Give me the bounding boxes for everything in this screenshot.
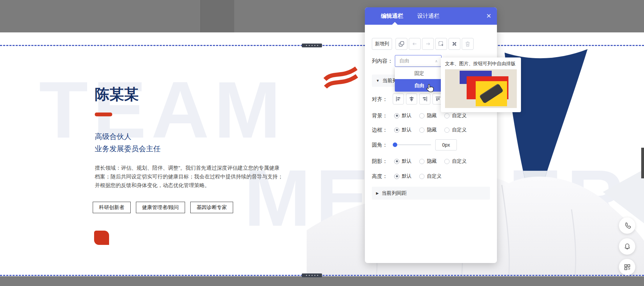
- move-right-icon[interactable]: [422, 38, 434, 50]
- radio-label: 自定义: [452, 158, 467, 164]
- close-icon[interactable]: ✕: [486, 7, 491, 25]
- column-content-label: 列内容：: [372, 58, 393, 64]
- tooltip-illustration: [445, 69, 517, 108]
- banner-section[interactable]: TEAM MEMBER MEMBER: [0, 46, 644, 276]
- triangle-right-icon: ▶: [376, 191, 379, 195]
- background-default-radio[interactable]: 默认: [394, 113, 412, 119]
- bottom-gray-band: [0, 276, 644, 286]
- align-left-icon[interactable]: [393, 93, 404, 105]
- current-column-spacing-header[interactable]: ▶ 当前列间距: [372, 187, 490, 200]
- delete-icon[interactable]: [462, 38, 474, 50]
- radius-slider-track[interactable]: [394, 144, 431, 145]
- scrollbar-thumb[interactable]: [641, 148, 644, 178]
- radius-label: 圆角：: [372, 142, 388, 148]
- edit-banner-panel: 编辑通栏 设计通栏 ✕ 新增列: [365, 7, 497, 263]
- red-leaf-decoration: [94, 231, 109, 245]
- qrcode-button[interactable]: [619, 259, 635, 275]
- chevron-up-icon: ∧: [435, 59, 438, 63]
- height-row: 高度：: [372, 170, 388, 182]
- column-content-dropdown: 固定 自由: [395, 67, 444, 92]
- radio-label: 默认: [402, 173, 412, 179]
- dropdown-option-free[interactable]: 自由: [395, 79, 444, 92]
- radius-slider-thumb[interactable]: [393, 142, 397, 147]
- member-description-line: 并根据您的反馈和身体变化，动态优化管理策略。: [95, 181, 210, 190]
- background-row: 背景：: [372, 110, 388, 122]
- border-hide-radio[interactable]: 隐藏: [419, 127, 437, 133]
- animation-fan-icon[interactable]: [449, 38, 460, 50]
- height-default-radio[interactable]: 默认: [394, 173, 412, 179]
- radio-icon: [419, 113, 424, 118]
- radio-label: 默认: [402, 158, 412, 164]
- member-description-line: 擅长领域：评估、规划、陪伴、调整”。我们首先通过深度评估建立您的专属健康: [95, 163, 279, 172]
- radio-selected-icon: [394, 113, 399, 118]
- tab-design-banner[interactable]: 设计通栏: [417, 7, 439, 25]
- member-name[interactable]: 陈某某: [95, 85, 139, 104]
- phone-icon: [623, 222, 631, 230]
- tag-button[interactable]: 健康管理者/顾问: [136, 202, 185, 213]
- align-row: 对齐：: [372, 93, 388, 105]
- radio-icon: [444, 159, 450, 164]
- section-title: 当前列间距: [382, 190, 407, 196]
- shadow-custom-radio[interactable]: 自定义: [444, 158, 467, 164]
- duplicate-icon[interactable]: [396, 38, 407, 50]
- background-label: 背景：: [372, 113, 388, 119]
- radio-label: 隐藏: [427, 127, 437, 133]
- move-left-icon[interactable]: [409, 38, 421, 50]
- active-tab-notch: [392, 22, 398, 25]
- dropdown-option-fixed[interactable]: 固定: [395, 67, 444, 79]
- qrcode-icon: [623, 263, 631, 271]
- align-right-icon[interactable]: [419, 93, 430, 105]
- section-drag-handle-top[interactable]: [302, 44, 322, 47]
- panel-header: 编辑通栏 设计通栏 ✕: [365, 7, 497, 25]
- radio-icon: [419, 159, 424, 164]
- radio-selected-icon: [394, 174, 399, 179]
- align-label: 对齐：: [372, 96, 388, 103]
- shadow-row: 阴影：: [372, 155, 388, 167]
- column-content-select[interactable]: 自由 ∧: [395, 55, 442, 67]
- member-subtitle-1[interactable]: 高级合伙人: [95, 130, 131, 142]
- background-hide-radio[interactable]: 隐藏: [419, 113, 437, 119]
- border-default-radio[interactable]: 默认: [394, 127, 412, 133]
- triangle-down-icon: ▼: [376, 79, 380, 83]
- radio-label: 自定义: [427, 173, 442, 179]
- shadow-default-radio[interactable]: 默认: [394, 158, 412, 164]
- radio-label: 自定义: [452, 127, 467, 133]
- member-subtitle-2[interactable]: 业务发展委员会主任: [95, 142, 161, 155]
- radio-label: 默认: [402, 127, 412, 133]
- editor-canvas: TEAM MEMBER MEMBER: [0, 0, 644, 286]
- radio-label: 自定义: [452, 113, 467, 119]
- radio-icon: [419, 174, 424, 179]
- radio-label: 隐藏: [427, 113, 437, 119]
- align-center-icon[interactable]: [406, 93, 417, 105]
- top-gray-block: [200, 0, 234, 32]
- shadow-label: 阴影：: [372, 158, 388, 165]
- watermark-team: TEAM: [39, 70, 286, 150]
- selection-border-top: [0, 45, 644, 46]
- free-layout-tooltip: 文本、图片、按钮可列中自由排版: [441, 57, 521, 112]
- tag-button[interactable]: 科研创新者: [93, 202, 131, 213]
- height-label: 高度：: [372, 173, 388, 180]
- section-drag-handle-bottom[interactable]: [302, 273, 322, 277]
- radio-label: 默认: [402, 113, 412, 119]
- tag-button[interactable]: 基因诊断专家: [190, 202, 233, 213]
- phone-contact-button[interactable]: [619, 217, 635, 234]
- radius-row: 圆角：: [372, 139, 388, 151]
- qq-contact-button[interactable]: [619, 238, 635, 255]
- shadow-hide-radio[interactable]: 隐藏: [419, 158, 437, 164]
- column-content-row: 列内容：: [372, 55, 393, 67]
- border-custom-radio[interactable]: 自定义: [444, 127, 467, 133]
- qq-icon: [623, 242, 631, 251]
- member-description-line: 档案；随后共同设定切实可行的健康目标；我会在过程中提供持续的督导与支持；: [95, 172, 283, 181]
- add-column-button[interactable]: 新增列: [372, 38, 392, 50]
- radius-value-box[interactable]: 0px: [435, 139, 457, 150]
- background-custom-radio[interactable]: 自定义: [444, 113, 467, 119]
- red-waves-decoration: [322, 64, 360, 88]
- height-custom-radio[interactable]: 自定义: [419, 173, 442, 179]
- hand-cursor: [426, 84, 435, 93]
- border-row: 边框：: [372, 124, 388, 136]
- border-label: 边框：: [372, 127, 388, 133]
- select-area-icon[interactable]: [435, 38, 447, 50]
- radio-icon: [444, 113, 450, 118]
- radio-icon: [444, 127, 450, 133]
- radio-selected-icon: [394, 159, 399, 164]
